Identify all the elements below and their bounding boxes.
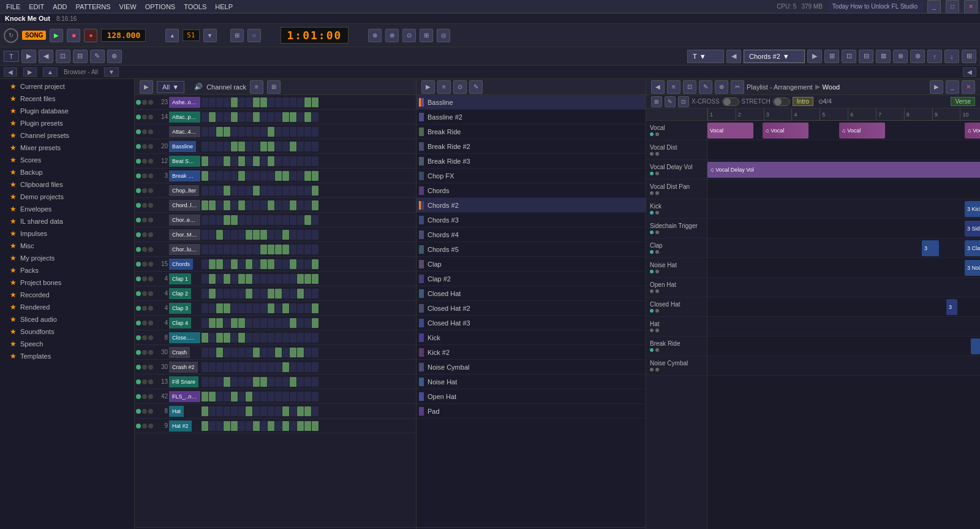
step-btn[interactable]	[312, 318, 318, 328]
step-btn[interactable]	[297, 318, 304, 328]
step-btn[interactable]	[224, 97, 230, 107]
step-btn[interactable]	[304, 259, 311, 269]
nav-back-btn[interactable]: ◀	[4, 67, 17, 77]
arrangement-toolbar-btn4[interactable]: ⊕	[715, 80, 728, 94]
step-btn[interactable]	[282, 406, 289, 416]
step-btn[interactable]	[238, 97, 245, 107]
channel-name-btn[interactable]: Chor..lume	[169, 244, 200, 255]
step-btn[interactable]	[202, 259, 208, 269]
step-btn[interactable]	[209, 259, 216, 269]
toolbar-r-4[interactable]: ⊠	[876, 50, 891, 63]
step-btn[interactable]	[253, 289, 260, 299]
arrangement-block[interactable]: 3 Noi..at	[965, 260, 980, 276]
step-btn[interactable]	[209, 392, 216, 402]
step-btn[interactable]	[304, 421, 311, 431]
step-btn[interactable]	[260, 348, 267, 357]
step-btn[interactable]	[297, 377, 304, 387]
step-btn[interactable]	[209, 318, 216, 328]
step-btn[interactable]	[224, 348, 230, 357]
step-btn[interactable]	[246, 289, 252, 299]
step-btn[interactable]	[202, 186, 208, 196]
step-btn[interactable]	[202, 318, 208, 328]
track-label[interactable]: Break Ride	[646, 337, 707, 356]
step-btn[interactable]	[216, 348, 223, 357]
step-btn[interactable]	[246, 421, 252, 431]
step-up-btn[interactable]: ▲	[165, 29, 179, 42]
toolbar2-btn-3[interactable]: ⊡	[56, 50, 70, 63]
xcross-toggle[interactable]	[722, 97, 739, 106]
toolbar-r-9[interactable]: ⊞	[962, 50, 976, 63]
step-btn[interactable]	[312, 171, 318, 181]
step-btn[interactable]	[224, 156, 230, 166]
step-btn[interactable]	[290, 112, 296, 122]
step-btn[interactable]	[290, 230, 296, 240]
step-btn[interactable]	[268, 362, 274, 372]
sidebar-item-envelopes[interactable]: ★Envelopes	[0, 203, 134, 215]
channel-row[interactable]: 3 Break Kick	[135, 169, 416, 183]
arrangement-track-row[interactable]	[707, 337, 980, 356]
step-btn[interactable]	[268, 377, 274, 387]
channel-name-btn[interactable]: Clap 3	[169, 303, 191, 314]
step-btn[interactable]	[216, 303, 223, 313]
pattern-row[interactable]: Closed Hat #2	[417, 301, 646, 316]
step-btn[interactable]	[260, 127, 267, 137]
step-btn[interactable]	[231, 318, 238, 328]
step-btn[interactable]	[312, 289, 318, 299]
step-btn[interactable]	[297, 259, 304, 269]
step-btn[interactable]	[224, 142, 230, 151]
sidebar-item-rendered[interactable]: ★Rendered	[0, 301, 134, 313]
channel-row[interactable]: 23 Ashe..op FX	[135, 95, 416, 110]
step-btn[interactable]	[216, 200, 223, 210]
channel-row[interactable]: 20 Bassline	[135, 139, 416, 154]
playlist-toolbar-btn2[interactable]: ⊙	[453, 80, 467, 94]
channel-row[interactable]: 30 Crash	[135, 345, 416, 360]
step-btn[interactable]	[275, 406, 282, 416]
step-btn[interactable]	[268, 156, 274, 166]
step-btn[interactable]	[216, 245, 223, 254]
step-btn[interactable]	[290, 333, 296, 343]
step-btn[interactable]	[282, 245, 289, 254]
step-btn[interactable]	[202, 289, 208, 299]
step-btn[interactable]	[209, 274, 216, 284]
step-btn[interactable]	[268, 245, 274, 254]
step-btn[interactable]	[253, 112, 260, 122]
step-btn[interactable]	[290, 421, 296, 431]
menu-item-view[interactable]: VIEW	[116, 2, 140, 12]
step-btn[interactable]	[312, 127, 318, 137]
mode-btn-2[interactable]: ⊗	[385, 29, 399, 42]
channel-name-btn[interactable]: Chor..Mute	[169, 229, 200, 240]
step-btn[interactable]	[260, 112, 267, 122]
step-btn[interactable]	[290, 200, 296, 210]
step-btn[interactable]	[202, 392, 208, 402]
toolbar-r-2[interactable]: ⊡	[842, 50, 856, 63]
track-label[interactable]: Hat	[646, 317, 707, 337]
arrangement-track-row[interactable]	[707, 356, 980, 376]
menu-item-help[interactable]: HELP	[211, 2, 236, 12]
step-btn[interactable]	[304, 200, 311, 210]
step-btn[interactable]	[304, 186, 311, 196]
step-btn[interactable]	[253, 200, 260, 210]
step-btn[interactable]	[246, 259, 252, 269]
step-btn[interactable]	[253, 156, 260, 166]
step-btn[interactable]	[253, 348, 260, 357]
step-btn[interactable]	[297, 362, 304, 372]
pattern-row[interactable]: Chords #5	[417, 242, 646, 257]
pattern-row[interactable]: Break Ride #3	[417, 154, 646, 169]
step-btn[interactable]	[238, 215, 245, 225]
step-btn[interactable]	[312, 333, 318, 343]
step-btn[interactable]	[231, 230, 238, 240]
step-btn[interactable]	[238, 362, 245, 372]
step-btn[interactable]	[290, 245, 296, 254]
step-btn[interactable]	[290, 377, 296, 387]
step-btn[interactable]	[216, 230, 223, 240]
nav-forward-btn[interactable]: ▶	[23, 67, 37, 77]
pattern-row[interactable]: Clap	[417, 257, 646, 272]
sidebar-item-soundfonts[interactable]: ★Soundfonts	[0, 325, 134, 338]
channel-name-btn[interactable]: Clap 1	[169, 273, 191, 284]
step-btn[interactable]	[290, 362, 296, 372]
step-btn[interactable]	[216, 421, 223, 431]
playlist-expand-btn[interactable]: ▶	[421, 80, 435, 94]
step-btn[interactable]	[231, 259, 238, 269]
arrangement-block[interactable]: ♫ Vocal Delay Vol	[707, 162, 980, 178]
step-btn[interactable]	[297, 421, 304, 431]
